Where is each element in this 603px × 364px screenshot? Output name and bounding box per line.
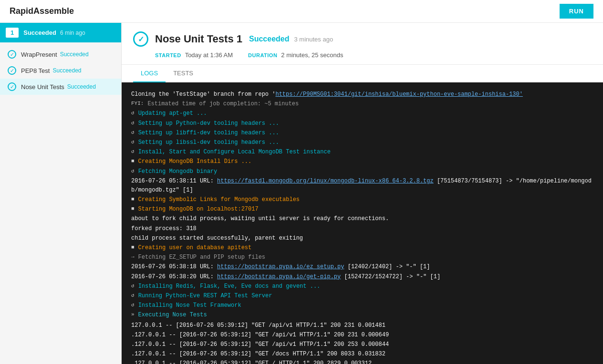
log-text-12: about to fork child process, waiting unt…	[131, 214, 389, 223]
sidebar-job-item-2[interactable]: Nose Unit TestsSucceeded	[0, 79, 121, 95]
duration-meta: DURATION 2 minutes, 25 seconds	[248, 51, 343, 59]
log-prefix-3: ↺	[131, 119, 135, 128]
job-list: WrapPresentSucceededPEP8 TestSucceededNo…	[0, 42, 121, 99]
log-text-18: 2016-07-26 05:38:20 URL: https://bootstr…	[131, 273, 440, 282]
started-value: Today at 1:36 AM	[185, 51, 233, 59]
log-text-5: Setting up libssl-dev tooling headers ..…	[138, 138, 279, 147]
log-line-26: .127.0.0.1 -- [2016-07-26 05:39:12] "GET…	[131, 340, 593, 349]
log-text-11: Starting MongoDB on localhost:27017	[138, 205, 259, 214]
log-prefix-8: ↺	[131, 167, 135, 176]
job-success-icon	[133, 31, 148, 47]
log-prefix-15: ■	[131, 243, 135, 252]
log-prefix-4: ↺	[131, 129, 135, 137]
sidebar-job-item-0[interactable]: WrapPresentSucceeded	[0, 46, 121, 62]
log-text-26: .127.0.0.1 -- [2016-07-26 05:39:12] "GET…	[131, 340, 389, 349]
job-time-ago: 3 minutes ago	[294, 36, 333, 43]
tab-tests[interactable]: TESTS	[166, 65, 201, 82]
log-text-17: 2016-07-26 05:38:18 URL: https://bootstr…	[131, 263, 430, 272]
log-line-22: »Executing Nose Tests	[131, 311, 593, 320]
log-line-15: ■Creating user on database apitest	[131, 243, 593, 253]
log-line-9: 2016-07-26 05:38:11 URL: https://fastdl.…	[131, 177, 593, 195]
log-line-16: →Fetching EZ_SETUP and PIP setup files	[131, 253, 593, 262]
job-status-badge: Succeeded	[249, 35, 289, 43]
log-prefix-19: ↺	[131, 282, 135, 291]
check-icon-2	[8, 82, 16, 91]
log-line-8: ↺Fetching Mongodb binary	[131, 167, 593, 176]
log-text-3: Setting up Python-dev tooling headers ..…	[138, 119, 279, 128]
log-line-11: ■Starting MongoDB on localhost:27017	[131, 205, 593, 214]
log-text-19: Installing Redis, Flask, Eve, Eve docs a…	[138, 282, 321, 291]
log-line-2: ↺Updating apt-get ...	[131, 109, 593, 118]
tab-logs[interactable]: LOGS	[133, 65, 166, 82]
sidebar-job-item-1[interactable]: PEP8 TestSucceeded	[0, 62, 121, 79]
started-meta: STARTED Today at 1:36 AM	[155, 51, 233, 59]
log-prefix-20: ↺	[131, 292, 135, 300]
log-text-21: Installing Nose Test Framework	[138, 301, 241, 310]
log-text-20: Running Python-Eve REST API Test Server	[138, 292, 272, 301]
log-line-10: ■Creating Symbolic Links for Mongodb exe…	[131, 195, 593, 204]
run-button[interactable]: RUN	[560, 4, 593, 19]
app-logo: RapidAssemble	[10, 6, 74, 16]
log-text-13: forked process: 318	[131, 224, 197, 233]
log-line-21: ↺Installing Nose Test Framework	[131, 301, 593, 310]
log-line-18: 2016-07-26 05:38:20 URL: https://bootstr…	[131, 273, 593, 282]
main-layout: 1 Succeeded 6 min ago WrapPresentSucceed…	[0, 23, 603, 364]
duration-label: DURATION	[248, 52, 277, 58]
log-text-9: 2016-07-26 05:38:11 URL: https://fastdl.…	[131, 177, 593, 195]
sidebar: 1 Succeeded 6 min ago WrapPresentSucceed…	[0, 23, 122, 364]
log-prefix-6: ↺	[131, 148, 135, 156]
build-item[interactable]: 1 Succeeded 6 min ago	[0, 23, 121, 42]
log-line-6: ↺Install, Start and Configure Local Mong…	[131, 148, 593, 157]
log-prefix-7: ■	[131, 157, 135, 166]
log-text-4: Setting up libffi-dev tooling headers ..…	[138, 129, 279, 138]
log-text-22: Executing Nose Tests	[138, 311, 207, 320]
started-label: STARTED	[155, 52, 181, 58]
log-line-28: .127.0.0.1 -- [2016-07-26 05:39:12] "GET…	[131, 359, 593, 364]
log-text-28: .127.0.0.1 -- [2016-07-26 05:39:12] "GET…	[131, 359, 372, 364]
check-icon-0	[8, 50, 16, 59]
job-name-2: Nose Unit Tests	[21, 83, 64, 91]
job-title-row: Nose Unit Tests 1 Succeeded 3 minutes ag…	[133, 31, 592, 47]
log-text-15: Creating user on database apitest	[138, 243, 252, 253]
log-text-0: Cloning the 'TestStage' branch from repo…	[131, 90, 523, 99]
log-prefix-21: ↺	[131, 301, 135, 310]
log-prefix-2: ↺	[131, 109, 135, 118]
build-number: 1	[6, 28, 19, 38]
check-icon-1	[8, 66, 16, 75]
job-title: Nose Unit Tests 1	[155, 33, 242, 45]
log-line-3: ↺Setting up Python-dev tooling headers .…	[131, 119, 593, 128]
log-line-5: ↺Setting up libssl-dev tooling headers .…	[131, 138, 593, 147]
log-text-2: Updating apt-get ...	[138, 109, 207, 118]
log-text-7: Creating MongoDB Install Dirs ...	[138, 157, 252, 166]
log-line-0: Cloning the 'TestStage' branch from repo…	[131, 90, 593, 99]
log-text-8: Fetching Mongodb binary	[138, 167, 218, 176]
log-text-16: Fetching EZ_SETUP and PIP setup files	[138, 253, 265, 262]
log-text-27: .127.0.0.1 -- [2016-07-26 05:39:12] "GET…	[131, 350, 385, 359]
log-line-27: .127.0.0.1 -- [2016-07-26 05:39:12] "GET…	[131, 350, 593, 359]
log-line-24: 127.0.0.1 -- [2016-07-26 05:39:12] "GET …	[131, 321, 593, 330]
log-line-7: ■Creating MongoDB Install Dirs ...	[131, 157, 593, 166]
log-line-25: .127.0.0.1 -- [2016-07-26 05:39:12] "GET…	[131, 331, 593, 340]
main-content: Nose Unit Tests 1 Succeeded 3 minutes ag…	[122, 23, 603, 364]
job-meta-row: STARTED Today at 1:36 AM DURATION 2 minu…	[133, 51, 592, 59]
log-line-17: 2016-07-26 05:38:18 URL: https://bootstr…	[131, 263, 593, 272]
log-line-19: ↺Installing Redis, Flask, Eve, Eve docs …	[131, 282, 593, 291]
duration-value: 2 minutes, 25 seconds	[281, 51, 343, 59]
log-text-1: Estimated time of job completion: ~5 min…	[147, 100, 299, 109]
log-text-24: 127.0.0.1 -- [2016-07-26 05:39:12] "GET …	[131, 321, 385, 330]
log-prefix-11: ■	[131, 205, 135, 213]
header: RapidAssemble RUN	[0, 0, 603, 23]
log-prefix-1: FYI:	[131, 100, 144, 108]
log-text-14: child process started successfully, pare…	[131, 234, 303, 243]
log-prefix-10: ■	[131, 195, 135, 204]
build-time-ago: 6 min ago	[60, 30, 85, 36]
log-line-13: forked process: 318	[131, 224, 593, 233]
job-status-1: Succeeded	[52, 67, 81, 74]
job-status-0: Succeeded	[60, 51, 89, 58]
job-name-1: PEP8 Test	[21, 67, 50, 74]
job-status-2: Succeeded	[67, 83, 96, 90]
log-line-12: about to fork child process, waiting unt…	[131, 214, 593, 223]
job-name-0: WrapPresent	[21, 51, 57, 58]
log-output[interactable]: Cloning the 'TestStage' branch from repo…	[122, 82, 603, 364]
log-text-6: Install, Start and Configure Local Mongo…	[138, 148, 331, 157]
